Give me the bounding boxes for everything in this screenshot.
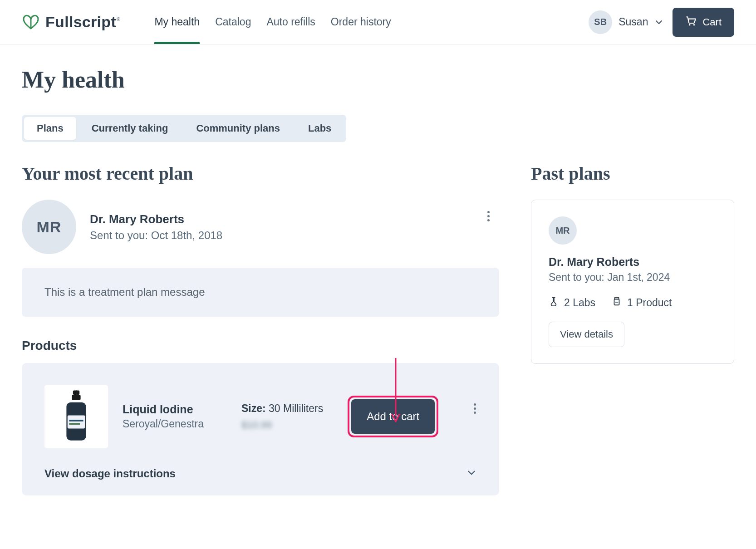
header-right: SB Susan Cart [589,8,734,37]
nav-order-history[interactable]: Order history [331,0,391,44]
cart-icon [685,15,697,29]
svg-rect-3 [72,395,80,400]
past-sent-date: Sent to you: Jan 1st, 2024 [549,271,717,284]
plan-sent-date: Sent to you: Oct 18th, 2018 [90,229,222,242]
stat-products: 1 Product [612,296,672,309]
nav-catalog[interactable]: Catalog [215,0,251,44]
cart-label: Cart [702,16,722,28]
page: My health Plans Currently taking Communi… [0,44,756,495]
product-price-blurred: $10.99 [241,419,323,431]
user-avatar: SB [589,10,612,34]
product-size: Size: 30 Milliliters [241,402,323,415]
user-name: Susan [619,16,648,28]
user-menu[interactable]: SB Susan [589,10,663,34]
nav-my-health[interactable]: My health [154,0,200,44]
product-card: Liquid Iodine Seroyal/Genestra Size: 30 … [22,363,499,495]
svg-rect-6 [69,420,83,422]
past-plans-section: Past plans MR Dr. Mary Roberts Sent to y… [531,163,734,495]
svg-rect-9 [614,298,619,299]
add-to-cart-highlight: Add to cart [351,399,435,434]
svg-point-1 [693,24,695,25]
brand-logo[interactable]: Fullscript® [22,13,120,31]
past-plans-heading: Past plans [531,163,734,184]
add-to-cart-button[interactable]: Add to cart [351,399,435,434]
product-thumbnail[interactable] [44,385,108,448]
plan-options-button[interactable] [482,208,495,224]
cart-button[interactable]: Cart [673,8,734,37]
vial-icon [549,296,559,309]
products-heading: Products [22,338,499,353]
plan-message: This is a treatment plan message [22,268,499,317]
view-dosage-toggle[interactable]: View dosage instructions [44,467,476,480]
svg-rect-7 [69,423,80,425]
chevron-down-icon [654,18,663,27]
chevron-down-icon [466,468,476,480]
stat-labs: 2 Labs [549,296,595,309]
pill-bottle-icon [612,296,622,309]
product-brand: Seroyal/Genestra [123,418,227,430]
recent-plan-heading: Your most recent plan [22,163,499,184]
svg-point-0 [689,24,690,25]
health-tabs: Plans Currently taking Community plans L… [22,115,346,142]
tab-plans[interactable]: Plans [24,117,76,140]
past-plan-card[interactable]: MR Dr. Mary Roberts Sent to you: Jan 1st… [531,200,734,364]
provider-name: Dr. Mary Roberts [90,212,222,226]
leaf-heart-icon [22,13,40,31]
past-plan-stats: 2 Labs 1 Product [549,296,717,309]
brand-wordmark: Fullscript® [45,13,120,31]
bottle-icon [58,389,94,444]
main-nav: My health Catalog Auto refills Order his… [154,0,391,44]
provider-avatar: MR [22,200,76,254]
product-title: Liquid Iodine [123,403,227,416]
recent-plan-section: Your most recent plan MR Dr. Mary Robert… [22,163,499,495]
past-provider-name: Dr. Mary Roberts [549,255,717,269]
view-details-button[interactable]: View details [549,322,624,347]
header: Fullscript® My health Catalog Auto refil… [0,0,756,44]
dosage-label: View dosage instructions [44,467,176,480]
tab-currently-taking[interactable]: Currently taking [79,117,181,140]
tab-labs[interactable]: Labs [295,117,344,140]
past-provider-avatar: MR [549,216,577,245]
tab-community-plans[interactable]: Community plans [183,117,293,140]
svg-rect-5 [68,416,85,429]
plan-header: MR Dr. Mary Roberts Sent to you: Oct 18t… [22,200,499,254]
nav-auto-refills[interactable]: Auto refills [266,0,315,44]
product-options-button[interactable] [468,400,481,417]
page-title: My health [22,66,734,93]
